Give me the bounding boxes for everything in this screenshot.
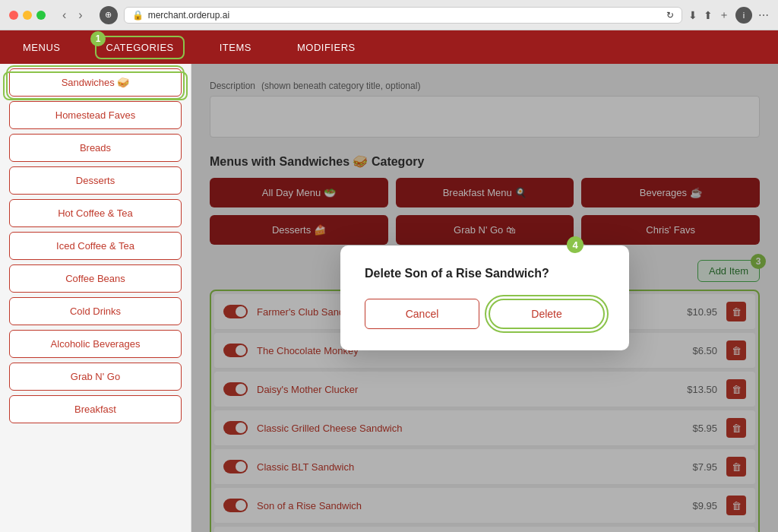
address-bar[interactable]: 🔒 merchant.orderup.ai ↻ <box>124 7 682 24</box>
nav-items[interactable]: ITEMS <box>212 39 259 56</box>
nav-menus[interactable]: MENUS <box>15 39 68 56</box>
fullscreen-window-btn[interactable] <box>36 11 46 20</box>
modal-cancel-button[interactable]: Cancel <box>365 299 479 329</box>
sidebar-item-alcoholic[interactable]: Alcoholic Beverages <box>9 330 182 358</box>
profile-btn[interactable]: i <box>735 7 752 24</box>
refresh-icon[interactable]: ↻ <box>666 10 674 21</box>
traffic-lights <box>9 11 46 20</box>
top-nav: MENUS 1 CATEGORIES ITEMS MODIFIERS <box>0 30 778 64</box>
modal-title: Delete Son of a Rise Sandwich? <box>365 267 605 280</box>
sidebar-item-hot-coffee[interactable]: Hot Coffee & Tea <box>9 199 182 227</box>
delete-modal: 4 Delete Son of a Rise Sandwich? Cancel … <box>340 245 629 350</box>
sidebar: Sandwiches 🥪 Homestead Faves Breads Dess… <box>0 64 191 532</box>
main-layout: Sandwiches 🥪 Homestead Faves Breads Dess… <box>0 64 778 532</box>
sidebar-item-grab-n-go[interactable]: Grab N' Go <box>9 363 182 391</box>
sidebar-item-iced-coffee[interactable]: Iced Coffee & Tea <box>9 232 182 260</box>
sidebar-item-breakfast[interactable]: Breakfast <box>9 395 182 423</box>
content-area: Description (shown beneath category titl… <box>191 64 778 532</box>
tab-icon: ⊕ <box>100 6 118 24</box>
address-text: merchant.orderup.ai <box>148 10 229 21</box>
sidebar-item-desserts[interactable]: Desserts <box>9 166 182 195</box>
sidebar-item-breads[interactable]: Breads <box>9 134 182 162</box>
close-window-btn[interactable] <box>9 11 18 20</box>
minimize-window-btn[interactable] <box>23 11 32 20</box>
nav-categories[interactable]: 1 CATEGORIES <box>98 39 181 56</box>
step-1-badge: 1 <box>90 31 106 46</box>
download-btn[interactable]: ⬇ <box>688 9 697 21</box>
sidebar-item-coffee-beans[interactable]: Coffee Beans <box>9 264 182 293</box>
new-tab-btn[interactable]: ＋ <box>719 8 729 22</box>
forward-btn[interactable]: › <box>74 7 87 24</box>
modal-overlay: 4 Delete Son of a Rise Sandwich? Cancel … <box>191 64 778 532</box>
modal-buttons: Cancel Delete <box>365 299 605 329</box>
step-4-badge: 4 <box>567 236 584 253</box>
nav-modifiers[interactable]: MODIFIERS <box>289 39 363 56</box>
browser-actions: ⬇ ⬆ ＋ i ⋯ <box>688 7 769 24</box>
sidebar-item-sandwiches[interactable]: Sandwiches 🥪 <box>9 68 182 97</box>
browser-chrome: ‹ › ⊕ 🔒 merchant.orderup.ai ↻ ⬇ ⬆ ＋ i ⋯ <box>0 0 778 30</box>
back-btn[interactable]: ‹ <box>58 7 71 24</box>
modal-delete-button[interactable]: Delete <box>489 299 605 329</box>
sidebar-item-cold-drinks[interactable]: Cold Drinks <box>9 297 182 325</box>
lock-icon: 🔒 <box>132 10 144 21</box>
browser-nav: ‹ › <box>58 7 87 24</box>
sidebar-item-homestead[interactable]: Homestead Faves <box>9 101 182 129</box>
extensions-btn[interactable]: ⋯ <box>758 9 769 21</box>
share-btn[interactable]: ⬆ <box>704 9 713 21</box>
